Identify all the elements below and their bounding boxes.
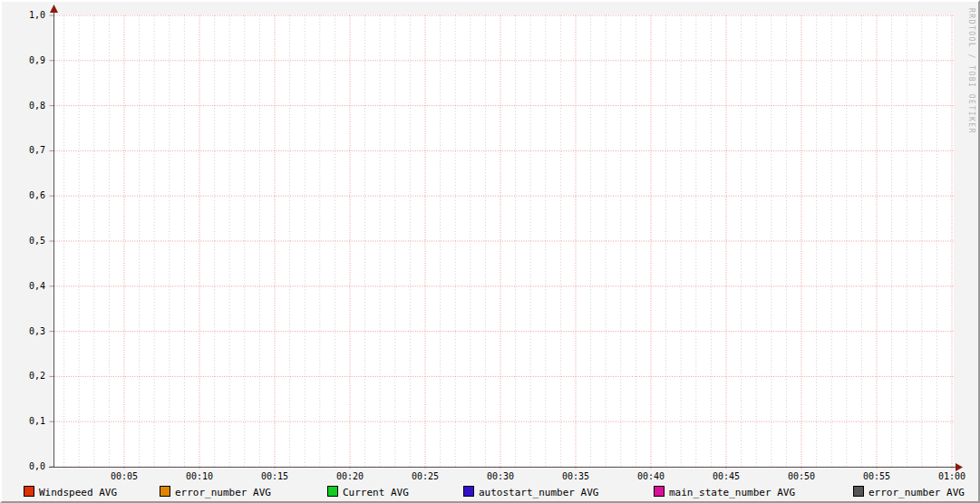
x-axis-tick-label: 00:45 (699, 472, 753, 481)
x-axis-arrow-icon (956, 463, 963, 471)
rrdtool-graph-canvas: 1,00,90,80,70,60,50,40,30,20,10,0 00:050… (0, 0, 980, 503)
x-axis-tick-label: 00:05 (97, 472, 151, 481)
y-axis-tick-label: 0,2 (9, 372, 45, 381)
legend-label: main_state_number AVG (669, 487, 795, 498)
x-axis-tick-label: 00:15 (247, 472, 302, 481)
y-axis-tick-label: 0,0 (9, 462, 45, 471)
legend-label: Current AVG (343, 487, 409, 498)
legend-label: Windspeed AVG (39, 487, 117, 498)
x-axis-tick-label: 00:35 (548, 472, 603, 481)
legend-swatch-icon (463, 486, 474, 497)
y-axis-tick-label: 0,7 (9, 146, 45, 155)
x-axis-tick-label: 00:50 (774, 472, 829, 481)
legend-item: Current AVG (327, 486, 409, 498)
x-axis-tick-label: 00:55 (849, 472, 904, 481)
y-axis-tick-label: 0,9 (9, 56, 45, 65)
x-axis-tick-label: 00:30 (473, 472, 528, 481)
legend-label: error_number AVG (175, 487, 271, 498)
rrdtool-watermark: RRDTOOL / TOBI OETIKER (967, 8, 975, 134)
legend-item: autostart_number AVG (463, 486, 598, 498)
x-axis-tick-label: 00:20 (323, 472, 377, 481)
y-axis-tick-label: 0,3 (9, 327, 45, 336)
y-axis-tick-label: 0,4 (9, 282, 45, 291)
y-axis-tick-label: 0,8 (9, 102, 45, 111)
legend-item: error_number AVG (853, 486, 965, 498)
legend-swatch-icon (327, 486, 338, 497)
y-axis-tick-label: 0,6 (9, 191, 45, 200)
legend-item: main_state_number AVG (654, 486, 795, 498)
legend-item: Windspeed AVG (24, 486, 117, 498)
y-axis-tick-label: 0,1 (9, 417, 45, 426)
legend-swatch-icon (160, 486, 170, 497)
x-axis-tick-label: 00:25 (398, 472, 452, 481)
y-axis-arrow-icon (50, 5, 58, 13)
legend-item: error_number AVG (160, 486, 271, 498)
x-axis-tick-label: 01:00 (925, 472, 979, 481)
x-axis-tick-label: 00:10 (172, 472, 227, 481)
legend-swatch-icon (654, 486, 665, 497)
x-axis-tick-label: 00:40 (624, 472, 678, 481)
legend-label: error_number AVG (868, 487, 965, 498)
y-axis-tick-label: 0,5 (9, 237, 45, 246)
legend-swatch-icon (24, 486, 34, 497)
legend-label: autostart_number AVG (479, 487, 598, 498)
y-axis-tick-label: 1,0 (9, 11, 45, 20)
legend-swatch-icon (853, 486, 864, 497)
grid-and-axes (2, 2, 980, 503)
